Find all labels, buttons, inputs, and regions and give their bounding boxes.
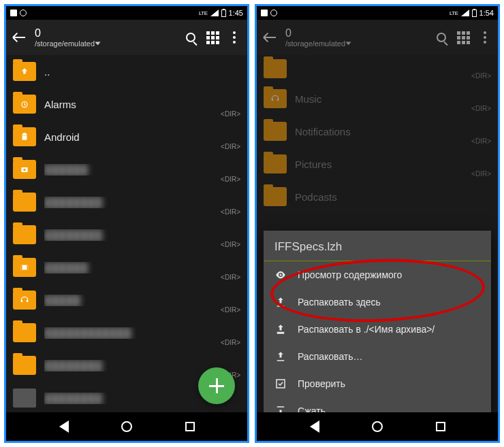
item-label: .. [44, 66, 240, 78]
ctx-test[interactable]: Проверить [264, 370, 491, 397]
list-item[interactable]: Android <DIR> [6, 120, 247, 153]
list-item[interactable]: ██████ <DIR> [6, 153, 247, 186]
dir-tag: <DIR> [221, 306, 240, 314]
overflow-menu-button[interactable] [228, 31, 240, 44]
view-grid-button[interactable] [457, 31, 469, 44]
toolbar-path: /storage/emulated [35, 39, 95, 48]
dir-tag: <DIR> [221, 274, 240, 281]
battery-icon [472, 10, 477, 17]
list-item[interactable]: ████████████ <DIR> [6, 316, 247, 349]
ctx-extract-here[interactable]: Распаковать здесь [264, 288, 491, 316]
ctx-label: Распаковать в ./<Имя архива>/ [298, 324, 435, 335]
dir-tag: <DIR> [221, 339, 240, 346]
camera-icon [13, 160, 36, 179]
dir-tag: <DIR> [221, 208, 240, 216]
ctx-compress[interactable]: Сжать… [264, 397, 491, 412]
fab-add-button[interactable] [198, 367, 235, 404]
nav-recent-button[interactable] [185, 422, 195, 431]
svg-rect-4 [21, 265, 22, 270]
path-dropdown[interactable]: 0 /storage/emulated [285, 27, 350, 48]
status-bar: LTE 1:45 [6, 6, 247, 20]
item-label: ████████████ [44, 327, 240, 339]
context-menu-title: IFFSpecs.lzh [264, 231, 491, 261]
modal-overlay[interactable]: IFFSpecs.lzh Просмотр содержимого Распак… [257, 55, 498, 412]
ctx-label: Распаковать здесь [298, 297, 381, 308]
search-button[interactable] [185, 31, 197, 44]
back-button[interactable] [13, 31, 25, 44]
svg-rect-5 [27, 265, 29, 270]
phone-right: LTE 1:54 0 /storage/emulated x <DIR> [255, 4, 500, 443]
eye-icon [274, 269, 287, 281]
path-dropdown[interactable]: 0 /storage/emulated [35, 27, 99, 48]
status-bar: LTE 1:54 [257, 6, 498, 20]
nav-recent-button[interactable] [436, 422, 445, 431]
app-toolbar: 0 /storage/emulated [257, 20, 498, 55]
item-label: ██████ [44, 262, 240, 274]
item-label: ████████ [44, 197, 240, 208]
folder-icon [13, 356, 36, 375]
file-list[interactable]: .. Alarms <DIR> Android <DIR> ██████ <DI… [6, 55, 247, 412]
folder-icon [13, 225, 36, 244]
phone-left: LTE 1:45 0 /storage/emulated .. Alarms <… [4, 4, 249, 443]
signal-icon [461, 10, 469, 16]
up-arrow-icon [13, 62, 36, 81]
sd-card-icon [261, 10, 268, 16]
folder-icon [13, 323, 36, 342]
dropdown-icon [95, 42, 101, 45]
svg-point-2 [23, 169, 26, 171]
sd-card-icon [10, 10, 17, 16]
dropdown-icon [346, 42, 351, 45]
system-nav-bar [6, 412, 247, 441]
signal-icon [210, 10, 219, 16]
list-item[interactable]: █████ <DIR> [6, 284, 247, 316]
ctx-extract[interactable]: Распаковать… [264, 343, 491, 370]
nav-home-button[interactable] [121, 421, 132, 432]
check-icon [274, 378, 287, 390]
alarm-icon [13, 95, 36, 114]
ctx-label: Просмотр содержимого [298, 269, 402, 280]
dir-tag: <DIR> [221, 241, 240, 248]
file-icon [13, 388, 36, 408]
ctx-label: Проверить [298, 378, 345, 389]
item-label: ██████ [44, 164, 240, 176]
toolbar-title: 0 [285, 27, 350, 39]
ctx-view-contents[interactable]: Просмотр содержимого [264, 261, 491, 288]
clock: 1:45 [229, 9, 243, 17]
extract-here-icon [274, 296, 287, 308]
item-label: █████ [44, 295, 240, 306]
list-item[interactable]: ██████ <DIR> [6, 251, 247, 284]
nav-home-button[interactable] [372, 421, 383, 432]
lte-icon: LTE [199, 10, 208, 16]
battery-icon [221, 10, 226, 17]
extract-icon [274, 350, 287, 363]
list-item[interactable]: ████████ <DIR> [6, 218, 247, 251]
lte-icon: LTE [450, 10, 458, 16]
toolbar-title: 0 [35, 27, 99, 39]
dir-tag: <DIR> [221, 176, 240, 183]
movie-icon [13, 258, 36, 277]
dir-tag: <DIR> [221, 143, 240, 150]
toolbar-path: /storage/emulated [285, 39, 345, 48]
android-icon [13, 127, 36, 146]
app-toolbar: 0 /storage/emulated [6, 20, 247, 55]
item-label: Alarms [44, 99, 240, 110]
ctx-label: Распаковать… [298, 351, 363, 362]
search-button[interactable] [435, 31, 447, 44]
dir-tag: <DIR> [221, 110, 240, 118]
notification-icon [270, 10, 277, 16]
nav-back-button[interactable] [310, 420, 319, 433]
ctx-label: Сжать… [298, 405, 335, 412]
back-button[interactable] [264, 31, 276, 44]
extract-to-icon [274, 323, 287, 335]
ctx-extract-to-folder[interactable]: Распаковать в ./<Имя архива>/ [264, 316, 491, 343]
nav-back-button[interactable] [59, 420, 69, 433]
music-icon [13, 291, 36, 310]
overflow-menu-button[interactable] [479, 31, 491, 44]
context-menu: IFFSpecs.lzh Просмотр содержимого Распак… [264, 231, 491, 412]
notification-icon [20, 10, 27, 16]
list-item-parent[interactable]: .. [6, 55, 247, 88]
view-grid-button[interactable] [206, 31, 219, 44]
list-item[interactable]: ████████ <DIR> [6, 186, 247, 218]
list-item[interactable]: Alarms <DIR> [6, 88, 247, 120]
folder-icon [13, 193, 36, 212]
